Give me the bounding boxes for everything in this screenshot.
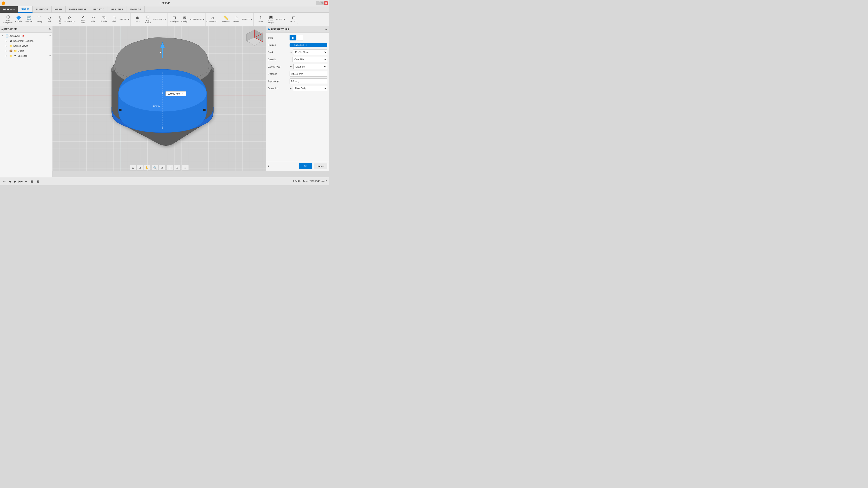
timeline-play-button[interactable]: ▶ [13,180,17,184]
timeline-end-button[interactable]: ⏭ [24,180,28,184]
type-surface-button[interactable]: ◫ [297,35,303,40]
tab-solid[interactable]: SOLID [18,6,33,13]
ef-distance-row: Distance [268,71,327,77]
chamfer-button[interactable]: ◹ Chamfer [99,14,109,25]
extrude-button[interactable]: 🔷 Extrude [13,14,24,25]
tree-item-doc-settings[interactable]: ▶ ⚙ Document Settings [0,38,52,43]
pan-button[interactable]: ✋ [144,165,150,170]
ef-type-label: Type [268,36,288,39]
tree-item-sketches[interactable]: ▶ 📁 ✏ Sketches 👁 [0,53,52,58]
configure2-button[interactable]: ⊠ Config 2 [180,14,190,25]
view-options-button[interactable]: ≡ [182,165,188,170]
modify-label: MODIFY ▾ [120,18,129,21]
distance-input[interactable] [289,71,327,76]
ef-type-row: Type ■ ◫ [268,35,327,41]
construct-button[interactable]: ⊿ CONSTRUCT [208,14,217,25]
direction-select[interactable]: One Side Two Sides Symmetric [292,57,328,62]
sweep-button[interactable]: ⌒ Sweep [34,14,44,25]
press-pull-button[interactable]: ⤢ PressPull [78,14,88,25]
tree-label-unsaved: (Unsaved) [9,35,20,37]
status-text: 1 Profile | Area : 21126.548 mm^2 [293,180,327,183]
tree-item-named-views[interactable]: ▶ 📁 Named Views [0,43,52,48]
fit-button[interactable]: ⊕ [130,165,136,170]
tab-utilities[interactable]: UTILITIES [108,6,127,13]
zoom-button[interactable]: ⊕ [159,165,165,170]
timeline-prev-button[interactable]: ◀ [8,180,12,184]
create-group: ⬡ NewComponent 🔷 Extrude 🔄 Revolve ⌒ Swe… [2,13,63,26]
design-menu-button[interactable]: DESIGN ▾ [0,6,18,13]
origin-sub-icon: 📁 [13,49,17,53]
control-point-right[interactable] [203,109,206,111]
eye-icon-sketches[interactable]: 👁 [49,55,51,57]
new-component-button[interactable]: ⬡ NewComponent [3,14,13,25]
shell-button[interactable]: □ Shell [109,14,119,25]
tree-item-unsaved[interactable]: ▼ 📄 (Unsaved) 📌 👁 [0,33,52,38]
operation-select[interactable]: New Body Join Cut Intersect [293,86,327,91]
browser-header: ◀ BROWSER ⚙ [0,26,52,33]
timeline-next-button[interactable]: ▶▶ [19,180,23,184]
select-group: ⊡ SELECT [287,13,300,26]
browser-settings-button[interactable]: ⚙ [49,28,51,31]
viewport[interactable]: 100.00 mm ⋮ 100.00 Z X [53,26,266,171]
view-mode-list-button[interactable]: ⊟ [35,179,40,184]
doc-settings-icon: ⚙ [9,39,13,42]
ef-profiles-label: Profiles [268,43,288,46]
measure-button[interactable]: 📏 Measure [221,14,231,25]
fillet-button[interactable]: ⌔ Fillet [88,14,98,25]
insert-image-icon: ▣ [269,15,273,19]
tab-surface[interactable]: SURFACE [33,6,52,13]
tab-plastic[interactable]: PLASTIC [90,6,108,13]
dimension-options-button[interactable]: ⋮ [181,92,184,96]
loft-button[interactable]: ◇ Loft [45,14,55,25]
origin-folder-icon: 📦 [9,49,13,53]
configure1-button[interactable]: ⊟ Configure [169,14,179,25]
tree-expand-doc: ▶ [6,40,8,42]
taper-input[interactable] [289,78,327,84]
profiles-clear-button[interactable]: ✕ [305,44,307,46]
ef-profiles-row: Profiles ⊹ 1 selected ✕ [268,42,327,48]
file-icon: 📄 [5,34,9,37]
rigid-group-button[interactable]: ⊞ RigidGroup [143,14,153,25]
tool-row: ⬡ NewComponent 🔷 Extrude 🔄 Revolve ⌒ Swe… [0,13,329,26]
minimize-button[interactable]: — [316,1,320,5]
rigid-group-icon: ⊞ [146,15,150,19]
zoom-fit-button[interactable]: 🔍 [152,165,158,170]
orbit-button[interactable]: ⊙ [137,165,143,170]
view-mode-grid-button[interactable]: ⊞ [29,179,34,184]
start-select[interactable]: Profile Plane Offset Object [293,50,327,55]
maximize-button[interactable]: □ [320,1,324,5]
eye-icon-unsaved[interactable]: 👁 [49,35,51,37]
tab-manage[interactable]: MANAGE [127,6,145,13]
cancel-button[interactable]: Cancel [314,163,327,169]
tree-item-origin[interactable]: ▶ 📦 📁 Origin [0,48,52,53]
ef-profiles-control: ⊹ 1 selected ✕ [289,43,327,47]
center-dot [162,92,163,94]
browser-collapse-button[interactable]: ◀ [1,28,3,31]
tab-sheet-metal[interactable]: SHEET METAL [66,6,90,13]
section-analysis-button[interactable]: ⊖ Section [231,14,241,25]
automate-button[interactable]: ⟳ AUTOMATE [65,14,74,25]
revolve-button[interactable]: 🔄 Revolve [24,14,34,25]
ef-info-button[interactable]: ℹ [268,164,269,168]
svg-text:Z: Z [262,31,263,33]
display-mode-button[interactable]: ⬚ [167,165,174,170]
ef-collapse-button[interactable]: ▶ [326,28,327,31]
insert-image-button[interactable]: ▣ InsertImage [266,14,276,25]
toolbar: SOLID SURFACE MESH SHEET METAL PLASTIC U… [0,6,329,26]
control-point-left[interactable] [119,109,122,111]
insert1-button[interactable]: ⤵ Insert [255,14,266,25]
loft-icon: ◇ [48,16,51,20]
type-solid-button[interactable]: ■ [289,35,296,40]
timeline-start-button[interactable]: ⏮ [2,180,6,184]
extent-type-select[interactable]: Distance To Object All [293,64,327,69]
select-button[interactable]: ⊡ SELECT [289,14,299,25]
ok-button[interactable]: OK [299,163,312,169]
axis-cube-widget[interactable]: Z X [246,29,264,46]
tab-mesh[interactable]: MESH [52,6,66,13]
ef-footer: ℹ OK Cancel [266,161,329,171]
ef-start-control: ⊸ Profile Plane Offset Object [289,50,327,55]
joint-button[interactable]: ⊕ Joint [132,14,143,25]
close-button[interactable]: ✕ [324,1,328,5]
display-settings-button[interactable]: ⊟ [174,165,180,170]
status-bar: ⏮ ◀ ▶ ▶▶ ⏭ ⊞ ⊟ 1 Profile | Area : 21126.… [0,177,329,185]
